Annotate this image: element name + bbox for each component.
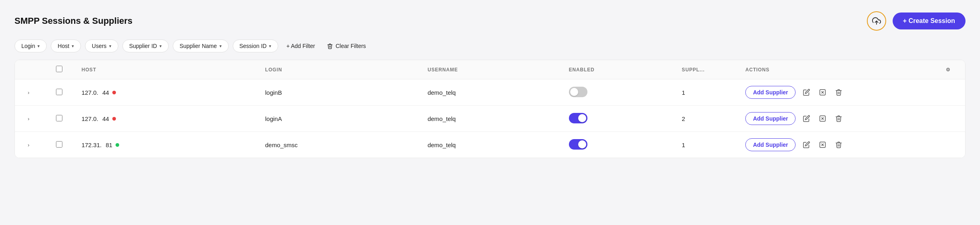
status-dot <box>112 117 116 121</box>
delete-button[interactable] <box>833 140 844 150</box>
add-filter-label: + Add Filter <box>286 43 315 49</box>
username-value: demo_telq <box>428 115 456 122</box>
enabled-cell <box>563 106 676 132</box>
header-actions: + Create Session <box>867 11 966 31</box>
login-cell: loginB <box>259 79 422 106</box>
filter-session-id-label: Session ID <box>240 43 267 49</box>
row-checkbox[interactable] <box>56 141 62 148</box>
username-value: demo_telq <box>428 89 456 96</box>
row-checkbox[interactable] <box>56 89 62 95</box>
settings-icon: ⚙ <box>946 67 951 73</box>
suppl-cell: 2 <box>676 106 740 132</box>
select-all-checkbox[interactable] <box>56 66 62 72</box>
actions-cell: Add Supplier <box>740 79 930 106</box>
col-username-header: USERNAME <box>422 60 563 79</box>
actions-cell: Add Supplier <box>740 106 930 132</box>
edit-button[interactable] <box>801 87 812 98</box>
chevron-down-icon: ▾ <box>269 44 271 49</box>
filter-bar: Login ▾ Host ▾ Users ▾ Supplier ID ▾ Sup… <box>14 40 966 52</box>
add-supplier-button[interactable]: Add Supplier <box>745 138 796 151</box>
login-cell: demo_smsc <box>259 132 422 158</box>
table-row: › 127.0. 44 loginA demo_telq <box>15 106 965 132</box>
block-button[interactable] <box>817 140 828 150</box>
table-row: › 172.31. 81 demo_smsc demo_telq <box>15 132 965 158</box>
filter-supplier-name[interactable]: Supplier Name ▾ <box>173 40 229 52</box>
enabled-toggle[interactable] <box>569 113 587 123</box>
login-value: loginB <box>265 89 282 96</box>
settings-cell <box>930 106 965 132</box>
table-header-row: HOST LOGIN USERNAME ENABLED SUPPL... ACT… <box>15 60 965 79</box>
status-dot <box>116 143 119 147</box>
host-cell: 127.0. 44 <box>76 106 259 132</box>
filter-login-label: Login <box>21 43 35 49</box>
suppl-cell: 1 <box>676 132 740 158</box>
col-suppl-header: SUPPL... <box>676 60 740 79</box>
block-icon <box>819 141 826 148</box>
filter-users[interactable]: Users ▾ <box>85 40 118 52</box>
filter-session-id[interactable]: Session ID ▾ <box>233 40 279 52</box>
block-icon <box>819 115 826 122</box>
expand-cell: › <box>15 106 41 132</box>
edit-button[interactable] <box>801 113 812 124</box>
suppl-count: 2 <box>682 115 685 122</box>
toggle-slider <box>569 113 587 123</box>
edit-button[interactable] <box>801 140 812 150</box>
row-checkbox[interactable] <box>56 115 62 121</box>
host-address: 127.0. <box>81 89 98 96</box>
col-expand-header <box>15 60 41 79</box>
expand-row-button[interactable]: › <box>26 114 31 123</box>
add-filter-button[interactable]: + Add Filter <box>282 40 319 52</box>
filter-host[interactable]: Host ▾ <box>51 40 81 52</box>
checkbox-cell <box>41 79 76 106</box>
delete-button[interactable] <box>833 113 844 124</box>
block-button[interactable] <box>817 87 828 98</box>
expand-row-button[interactable]: › <box>26 88 31 97</box>
add-supplier-button[interactable]: Add Supplier <box>745 112 796 125</box>
username-cell: demo_telq <box>422 106 563 132</box>
enabled-toggle[interactable] <box>569 139 587 150</box>
settings-cell <box>930 79 965 106</box>
toggle-slider <box>569 87 587 97</box>
delete-button[interactable] <box>833 87 844 98</box>
filter-supplier-id[interactable]: Supplier ID ▾ <box>122 40 169 52</box>
filter-host-label: Host <box>58 43 69 49</box>
edit-icon <box>803 141 810 148</box>
create-session-button[interactable]: + Create Session <box>893 12 966 29</box>
host-cell: 172.31. 81 <box>76 132 259 158</box>
actions-cell: Add Supplier <box>740 132 930 158</box>
username-cell: demo_telq <box>422 79 563 106</box>
suppl-count: 1 <box>682 89 685 96</box>
username-cell: demo_telq <box>422 132 563 158</box>
block-icon <box>819 89 826 96</box>
block-button[interactable] <box>817 113 828 124</box>
expand-cell: › <box>15 79 41 106</box>
col-host-header: HOST <box>76 60 259 79</box>
export-button[interactable] <box>867 11 886 31</box>
trash-icon <box>327 43 333 49</box>
login-value: demo_smsc <box>265 142 298 148</box>
enabled-toggle[interactable] <box>569 87 587 97</box>
filter-login[interactable]: Login ▾ <box>14 40 47 52</box>
trash-icon <box>835 141 842 148</box>
filter-supplier-name-label: Supplier Name <box>180 43 217 49</box>
checkbox-cell <box>41 132 76 158</box>
toggle-slider <box>569 139 587 150</box>
upload-icon <box>872 17 881 25</box>
username-value: demo_telq <box>428 142 456 148</box>
host-port: 44 <box>102 89 116 96</box>
host-address: 172.31. <box>81 142 101 148</box>
chevron-down-icon: ▾ <box>72 44 74 49</box>
chevron-down-icon: ▾ <box>159 44 162 49</box>
checkbox-cell <box>41 106 76 132</box>
col-checkbox-header <box>41 60 76 79</box>
filter-supplier-id-label: Supplier ID <box>129 43 157 49</box>
expand-row-button[interactable]: › <box>26 140 31 150</box>
table-row: › 127.0. 44 loginB demo_telq <box>15 79 965 106</box>
add-supplier-button[interactable]: Add Supplier <box>745 86 796 99</box>
host-address: 127.0. <box>81 115 98 122</box>
enabled-cell <box>563 132 676 158</box>
page-title: SMPP Sessions & Suppliers <box>14 16 132 26</box>
edit-icon <box>803 115 810 122</box>
clear-filters-button[interactable]: Clear Filters <box>323 40 370 52</box>
host-port: 81 <box>105 142 119 148</box>
